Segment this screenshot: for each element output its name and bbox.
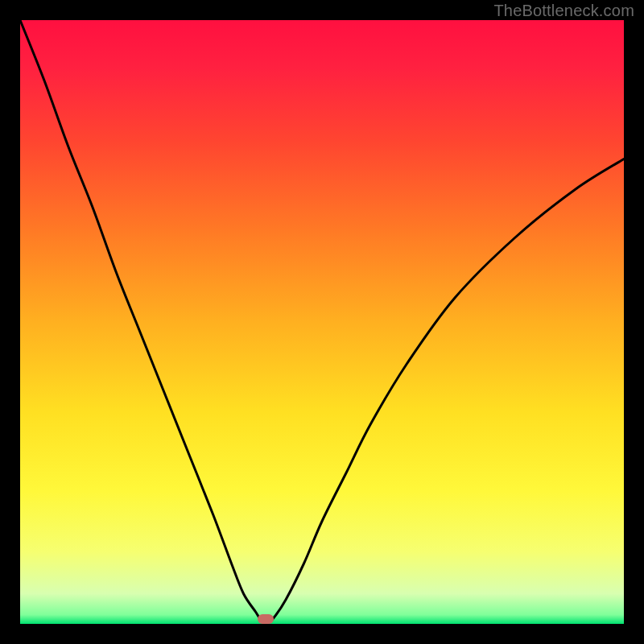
optimal-point-marker <box>258 614 274 624</box>
plot-background <box>20 20 624 624</box>
chart-stage: TheBottleneck.com <box>0 0 644 644</box>
watermark-text: TheBottleneck.com <box>493 2 634 20</box>
bottleneck-plot <box>20 20 624 624</box>
